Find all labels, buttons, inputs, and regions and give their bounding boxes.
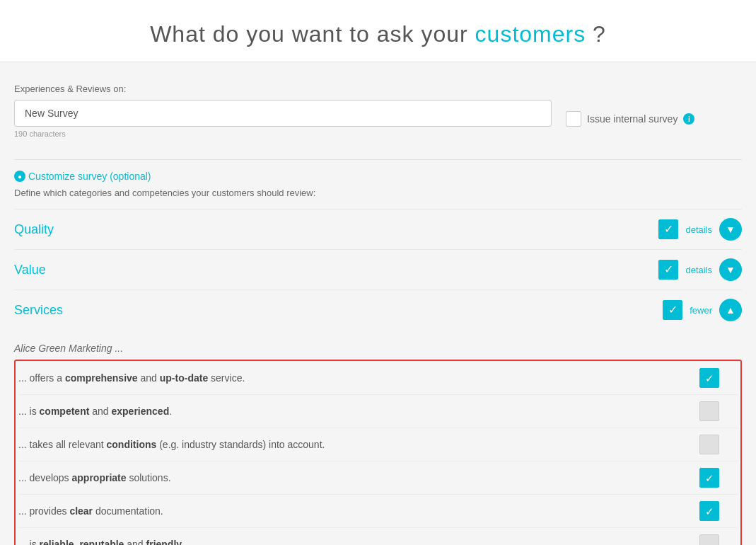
value-details-link[interactable]: details (685, 265, 712, 275)
red-outline-group: ... offers a comprehensive and up-to-dat… (14, 360, 742, 545)
service-item-1: ... offers a comprehensive and up-to-dat… (18, 361, 738, 394)
service-item-1-checkbox[interactable]: ✓ (699, 368, 719, 388)
category-name-services: Services (14, 303, 663, 318)
service-item-4-text: ... develops appropriate solutions. (18, 472, 681, 483)
quality-checkbox[interactable]: ✓ (658, 219, 678, 239)
service-item-4-checkbox[interactable]: ✓ (699, 468, 719, 488)
service-item-5-text: ... provides clear documentation. (18, 505, 681, 517)
service-item-3-checkbox-area (681, 435, 738, 454)
survey-name-input[interactable] (14, 100, 552, 127)
internal-survey-label: Issue internal survey (587, 113, 678, 125)
service-item-5-checkbox-area: ✓ (681, 501, 738, 521)
services-checkbox[interactable]: ✓ (663, 300, 682, 320)
service-item-2: ... is competent and experienced. (18, 394, 738, 428)
divider-1 (14, 159, 742, 160)
page-wrapper: What do you want to ask your customers ?… (0, 0, 756, 545)
service-item-1-text: ... offers a comprehensive and up-to-dat… (18, 372, 681, 384)
customize-link[interactable]: ● Customize survey (optional) (14, 171, 742, 182)
customize-info-icon: ● (14, 171, 25, 182)
category-row-services: Services ✓ fewer ▲ (14, 289, 742, 330)
service-item-6: ... is reliable, reputable and friendly. (18, 527, 738, 545)
service-item-4: ... develops appropriate solutions. ✓ (18, 461, 738, 494)
alice-green-label: Alice Green Marketing ... (14, 337, 742, 360)
service-item-6-checkbox[interactable] (699, 534, 719, 545)
service-item-2-text: ... is competent and experienced. (18, 406, 681, 417)
survey-input-row: 190 characters Issue internal survey i (14, 100, 742, 138)
services-toggle-btn[interactable]: ▲ (719, 299, 742, 321)
experiences-label: Experiences & Reviews on: (14, 84, 742, 94)
service-item-2-checkbox[interactable] (699, 401, 719, 421)
survey-name-section: Experiences & Reviews on: 190 characters… (14, 76, 742, 149)
category-controls-value: ✓ details ▼ (658, 258, 742, 281)
customize-section: ● Customize survey (optional) Define whi… (14, 171, 742, 198)
define-text: Define which categories and competencies… (14, 188, 742, 198)
service-item-1-checkbox-area: ✓ (681, 368, 738, 388)
quality-details-link[interactable]: details (685, 224, 712, 235)
service-item-2-checkbox-area (681, 401, 738, 421)
category-name-quality: Quality (14, 222, 658, 237)
value-toggle-btn[interactable]: ▼ (719, 258, 742, 281)
category-controls-services: ✓ fewer ▲ (663, 299, 742, 321)
category-name-value: Value (14, 263, 658, 277)
service-item-3-text: ... takes all relevant conditions (e.g. … (18, 439, 681, 450)
services-fewer-link[interactable]: fewer (690, 305, 712, 316)
char-count: 190 characters (14, 130, 552, 138)
service-item-3: ... takes all relevant conditions (e.g. … (18, 428, 738, 461)
service-item-6-checkbox-area (681, 534, 738, 545)
red-outline-group-wrapper: ... offers a comprehensive and up-to-dat… (14, 360, 742, 545)
services-subcategory-section: Alice Green Marketing ... ... offers a c… (14, 330, 742, 545)
value-checkbox[interactable]: ✓ (658, 260, 678, 280)
header-section: What do you want to ask your customers ? (0, 0, 756, 62)
service-item-4-checkbox-area: ✓ (681, 468, 738, 488)
service-item-5: ... provides clear documentation. ✓ (18, 494, 738, 527)
service-item-6-text: ... is reliable, reputable and friendly. (18, 539, 681, 545)
quality-toggle-btn[interactable]: ▼ (719, 218, 742, 241)
internal-survey-info-icon[interactable]: i (683, 113, 694, 125)
service-item-3-checkbox[interactable] (699, 435, 719, 454)
service-item-5-checkbox[interactable]: ✓ (699, 501, 719, 521)
page-title: What do you want to ask your customers ? (14, 21, 742, 47)
content-area: Experiences & Reviews on: 190 characters… (0, 62, 756, 545)
category-row-value: Value ✓ details ▼ (14, 249, 742, 289)
internal-survey-checkbox[interactable] (566, 111, 581, 127)
category-row-quality: Quality ✓ details ▼ (14, 209, 742, 249)
internal-survey-row: Issue internal survey i (566, 111, 694, 127)
category-controls-quality: ✓ details ▼ (658, 218, 742, 241)
